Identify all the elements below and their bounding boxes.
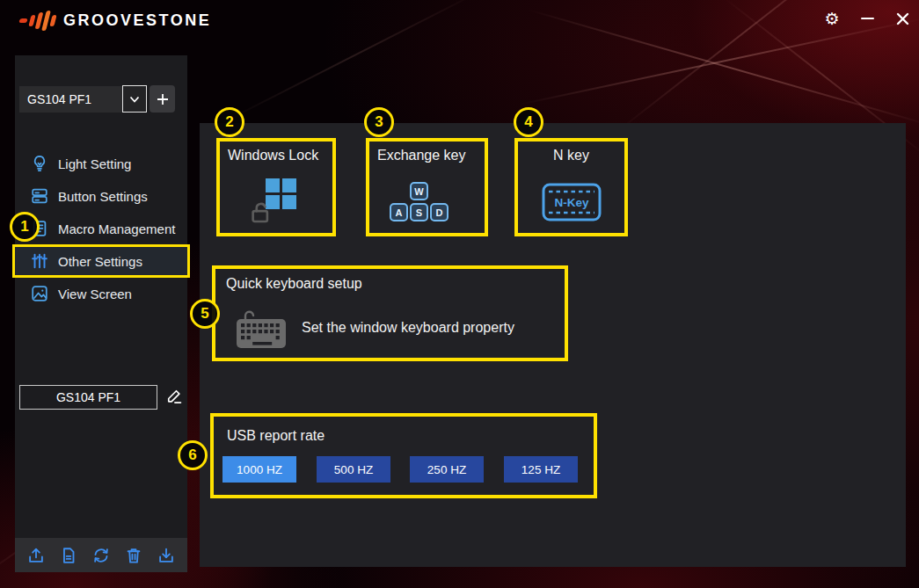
- usb-report-rate-label: USB report rate: [227, 428, 325, 444]
- pencil-icon[interactable]: [164, 384, 185, 409]
- sliders-icon: [30, 251, 49, 271]
- windows-lock-card[interactable]: Windows Lock: [216, 138, 336, 236]
- key-w-icon: W: [410, 182, 428, 200]
- app-window: GROOVESTONE ⚙ GS104 PF1 Light Se: [0, 0, 919, 588]
- close-icon[interactable]: [892, 7, 913, 30]
- profile-name-field[interactable]: GS104 PF1: [19, 385, 157, 410]
- sidebar-item-label: Button Settings: [58, 189, 148, 204]
- rate-button-1000hz[interactable]: 1000 HZ: [222, 456, 296, 483]
- annotation-circle-4: 4: [514, 107, 543, 137]
- view-screen-icon: [30, 284, 49, 303]
- sidebar: GS104 PF1 Light Setting: [15, 55, 187, 572]
- card-title: Exchange key: [377, 148, 466, 163]
- unlock-icon: [248, 200, 274, 226]
- window-controls: ⚙: [821, 7, 913, 30]
- key-s-icon: S: [410, 203, 428, 221]
- annotation-circle-1: 1: [10, 212, 40, 242]
- exchange-key-card[interactable]: Exchange key W A S D: [366, 138, 488, 236]
- lightbulb-icon: [30, 154, 49, 173]
- key-a-icon: A: [390, 203, 408, 221]
- n-key-rollover-icon: N-Key: [542, 183, 602, 221]
- sidebar-item-macro-management[interactable]: Macro Management: [15, 213, 187, 244]
- trash-icon[interactable]: [123, 545, 144, 566]
- gear-icon[interactable]: ⚙: [821, 7, 842, 30]
- brand-name: GROOVESTONE: [63, 11, 211, 30]
- n-key-card[interactable]: N key N-Key: [514, 138, 628, 236]
- file-icon[interactable]: [58, 545, 79, 566]
- annotation-circle-6: 6: [178, 440, 208, 470]
- sidebar-item-view-screen[interactable]: View Screen: [15, 278, 187, 309]
- annotation-circle-3: 3: [364, 107, 394, 137]
- minimize-icon[interactable]: [857, 7, 878, 30]
- card-title: Windows Lock: [228, 148, 318, 163]
- annotation-circle-5: 5: [190, 299, 220, 329]
- rate-button-500hz[interactable]: 500 HZ: [317, 456, 390, 483]
- brand-waveform-icon: [19, 10, 55, 31]
- chevron-down-icon[interactable]: [122, 85, 147, 113]
- card-title: N key: [518, 148, 624, 163]
- background-streak: [519, 18, 919, 105]
- upload-icon[interactable]: [26, 545, 47, 566]
- sidebar-item-label: Other Settings: [58, 254, 142, 269]
- background-streak: [220, 0, 487, 125]
- sidebar-item-label: Light Setting: [58, 156, 131, 171]
- sidebar-toolbar: [15, 538, 187, 572]
- sidebar-item-label: Macro Management: [58, 221, 175, 236]
- annotation-circle-2: 2: [215, 107, 244, 137]
- rate-button-125hz[interactable]: 125 HZ: [504, 456, 578, 483]
- sidebar-item-label: View Screen: [58, 287, 132, 301]
- sidebar-item-button-settings[interactable]: Button Settings: [15, 180, 187, 212]
- svg-text:N-Key: N-Key: [554, 196, 589, 209]
- quick-setup-description: Set the window keyboard property: [302, 320, 514, 336]
- rate-button-250hz[interactable]: 250 HZ: [410, 456, 484, 483]
- app-logo: GROOVESTONE: [19, 10, 211, 31]
- button-settings-icon: [30, 186, 49, 206]
- sync-icon[interactable]: [91, 545, 112, 566]
- keyboard-icon: [235, 308, 289, 352]
- download-icon[interactable]: [156, 545, 177, 566]
- usb-report-rate-card: USB report rate 1000 HZ 500 HZ 250 HZ 12…: [210, 413, 597, 498]
- sidebar-item-light-setting[interactable]: Light Setting: [15, 148, 187, 179]
- quick-keyboard-setup-card[interactable]: Quick keyboard setup Set the window keyb…: [212, 265, 568, 361]
- sidebar-item-other-settings[interactable]: Other Settings: [15, 245, 187, 277]
- main-panel: Windows Lock Exchange key W A S D N key: [200, 123, 906, 567]
- profile-select[interactable]: GS104 PF1: [19, 86, 123, 113]
- key-d-icon: D: [430, 203, 449, 221]
- add-profile-button[interactable]: [150, 85, 175, 113]
- card-title: Quick keyboard setup: [226, 276, 362, 292]
